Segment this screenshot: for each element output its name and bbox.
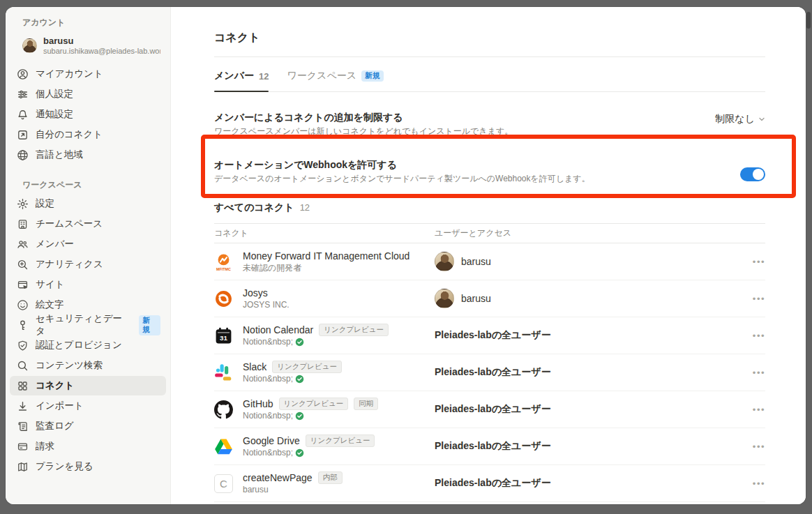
list-header-count: 12 — [300, 202, 310, 213]
sync-chip: 同期 — [354, 398, 378, 410]
webhook-toggle[interactable] — [740, 167, 765, 181]
list-header-title: すべてのコネクト — [214, 202, 294, 214]
new-badge: 新規 — [361, 70, 384, 82]
josys-logo — [214, 289, 233, 308]
sidebar-item-sites[interactable]: サイト — [10, 275, 166, 294]
sidebar-item-auth-provisioning[interactable]: 認証とプロビジョン — [10, 335, 166, 355]
link-preview-chip: リンクプレビュー — [272, 361, 342, 373]
connection-name: Money Forward IT Management Cloud — [243, 250, 409, 262]
sidebar-item-label: コンテンツ検索 — [36, 359, 103, 372]
sidebar-item-billing[interactable]: 請求 — [10, 437, 166, 456]
sidebar-item-my-account[interactable]: マイアカウント — [10, 64, 166, 84]
internal-chip: 内部 — [318, 471, 343, 484]
access-user: barusu — [461, 293, 491, 304]
sidebar-item-label: チームスペース — [36, 218, 103, 230]
sidebar-item-personal-settings[interactable]: 個人設定 — [10, 84, 166, 104]
table-row: GitHub リンクプレビュー 同期 Notion&nbsp; Pleiades… — [214, 391, 765, 428]
toggle-knob — [753, 169, 764, 180]
sidebar-item-label: 個人設定 — [36, 88, 73, 100]
notion-calendar-logo: 31 — [214, 326, 233, 345]
connection-subtitle: barusu — [243, 484, 269, 495]
workspace-section-label: ワークスペース — [22, 179, 170, 191]
row-more-button[interactable]: ••• — [740, 331, 765, 341]
table-row: 31 Notion Calendar リンクプレビュー Notion&nbsp; — [214, 317, 765, 354]
connection-subtitle: Notion&nbsp; — [243, 410, 293, 421]
sliders-icon — [17, 89, 29, 100]
sidebar-item-language-region[interactable]: 言語と地域 — [10, 145, 166, 165]
sidebar-item-import[interactable]: インポート — [10, 396, 166, 416]
connections-settings-panel: コネクト メンバー 12 ワークスペース 新規 メンバーによるコネクトの追加を制… — [171, 7, 806, 504]
gear-icon — [17, 198, 29, 210]
setting-title: メンバーによるコネクトの追加を制限する — [214, 110, 513, 124]
sidebar-item-emoji[interactable]: 絵文字 — [10, 295, 166, 315]
sidebar-item-audit-log[interactable]: 監査ログ — [10, 416, 166, 436]
sidebar-item-my-connections[interactable]: 自分のコネクト — [10, 125, 166, 144]
sidebar-item-settings[interactable]: 設定 — [10, 194, 166, 213]
letter-c-box-icon: C — [214, 474, 233, 493]
mfitmc-logo: MFITMC — [214, 252, 233, 271]
access-scope: Pleiades-labの全ユーザー — [435, 366, 551, 379]
sidebar-item-label: マイアカウント — [36, 68, 103, 80]
connection-name: Josys — [243, 287, 268, 299]
restrict-connections-setting: メンバーによるコネクトの追加を制限する ワークスペースメンバーは新しいコネクトを… — [214, 110, 765, 137]
restriction-dropdown[interactable]: 制限なし — [715, 113, 765, 126]
sidebar-item-label: メンバー — [36, 238, 74, 250]
person-circle-icon — [17, 68, 29, 80]
browser-icon — [17, 279, 29, 291]
sidebar-item-notifications[interactable]: 通知設定 — [10, 105, 166, 124]
row-more-button[interactable]: ••• — [740, 368, 765, 378]
sidebar-item-members[interactable]: メンバー — [10, 234, 166, 254]
sidebar-item-analytics[interactable]: アナリティクス — [10, 255, 166, 274]
row-more-button[interactable]: ••• — [740, 294, 765, 304]
sidebar-item-label: セキュリティとデータ — [36, 312, 126, 338]
tab-label: ワークスペース — [287, 70, 356, 82]
sidebar-item-label: 請求 — [36, 440, 54, 453]
credit-card-icon — [17, 441, 29, 453]
sidebar-item-label: プランを見る — [36, 460, 93, 473]
people-icon — [17, 239, 29, 250]
settings-sidebar: アカウント barusu subaru.ishikawa@pleiades-la… — [6, 7, 171, 504]
sidebar-item-teamspaces[interactable]: チームスペース — [10, 214, 166, 234]
tab-workspace[interactable]: ワークスペース 新規 — [287, 70, 384, 91]
connection-name: Slack — [243, 361, 266, 373]
row-more-button[interactable]: ••• — [740, 405, 765, 415]
link-preview-chip: リンクプレビュー — [279, 398, 349, 410]
access-scope: Pleiades-labの全ユーザー — [435, 329, 551, 342]
tab-bar: メンバー 12 ワークスペース 新規 — [214, 57, 765, 92]
sidebar-item-security-data[interactable]: セキュリティとデータ 新規 — [10, 315, 166, 335]
table-row: C createNewPage 内部 barusu Pleiades-labの全… — [214, 465, 765, 502]
bell-icon — [17, 109, 29, 121]
sidebar-user-profile[interactable]: barusu subaru.ishikawa@pleiades-lab.wor — [15, 36, 160, 56]
row-more-button[interactable]: ••• — [740, 478, 765, 489]
access-scope: Pleiades-labの全ユーザー — [435, 403, 551, 416]
map-icon — [17, 461, 29, 473]
all-connections-header: すべてのコネクト 12 — [214, 202, 765, 214]
window-scrollbar[interactable] — [806, 12, 811, 29]
webhook-setting: オートメーションでWebhookを許可する データベースのオートメーションとボタ… — [214, 158, 765, 185]
table-row: MFITMC Money Forward IT Management Cloud… — [214, 243, 765, 280]
user-avatar — [435, 289, 454, 308]
sidebar-item-content-search[interactable]: コンテンツ検索 — [10, 356, 166, 375]
sidebar-item-label: アナリティクス — [36, 258, 103, 271]
sidebar-item-view-plans[interactable]: プランを見る — [10, 457, 166, 476]
table-header: コネクト ユーザーとアクセス — [214, 223, 765, 243]
grid-icon — [17, 380, 29, 392]
tab-members[interactable]: メンバー 12 — [214, 70, 269, 91]
svg-text:MFITMC: MFITMC — [216, 266, 231, 271]
link-preview-chip: リンクプレビュー — [306, 434, 375, 447]
connection-subtitle: 未確認の開発者 — [243, 262, 301, 273]
new-badge: 新規 — [139, 315, 160, 335]
sidebar-item-label: サイト — [36, 278, 64, 291]
import-arrow-icon — [17, 400, 29, 412]
user-name: barusu — [43, 36, 153, 46]
sidebar-item-connections[interactable]: コネクト — [10, 376, 166, 395]
connection-subtitle: JOSYS INC. — [243, 299, 290, 310]
column-header-connection: コネクト — [214, 227, 435, 239]
row-more-button[interactable]: ••• — [740, 441, 765, 452]
audit-log-icon — [17, 421, 29, 432]
connection-name: Notion Calendar — [243, 324, 313, 336]
row-more-button[interactable]: ••• — [740, 257, 765, 267]
svg-text:31: 31 — [220, 334, 227, 342]
table-row: Google Drive リンクプレビュー Notion&nbsp; Pleia… — [214, 428, 765, 465]
verified-check-icon — [295, 411, 304, 421]
